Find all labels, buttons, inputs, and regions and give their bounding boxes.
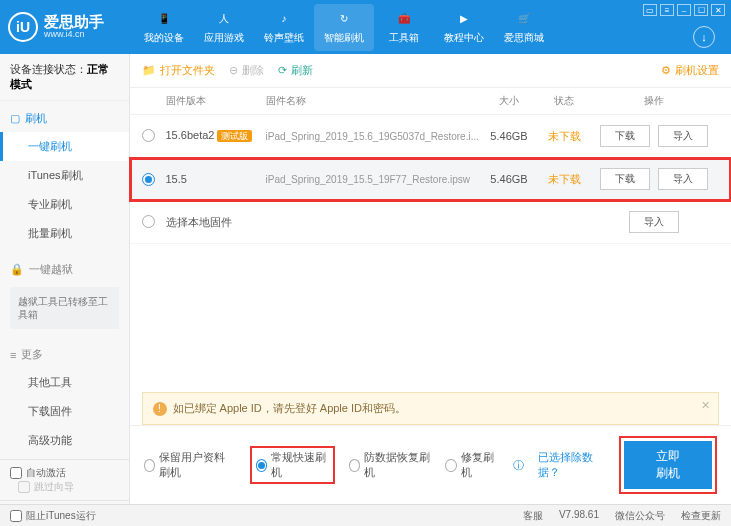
tool-label: 刷新 (291, 63, 313, 78)
warning-icon: ! (153, 402, 167, 416)
opt-label: 修复刷机 (461, 450, 499, 480)
open-folder-button[interactable]: 📁打开文件夹 (142, 63, 215, 78)
row-size: 5.46GB (479, 173, 539, 185)
refresh-icon: ⟳ (278, 64, 287, 77)
top-nav: 📱我的设备 人应用游戏 ♪铃声壁纸 ↻智能刷机 🧰工具箱 ▶教程中心 🛒爱思商城 (134, 4, 554, 51)
nav-label: 应用游戏 (204, 31, 244, 45)
flash-now-button[interactable]: 立即刷机 (624, 441, 712, 489)
download-button[interactable]: 下载 (600, 168, 650, 190)
row-radio[interactable] (142, 215, 155, 228)
radio-icon (144, 459, 156, 472)
sidebar-item-itunes-flash[interactable]: iTunes刷机 (0, 161, 129, 190)
win-max-button[interactable]: ☐ (694, 4, 708, 16)
brand-title: 爱思助手 (44, 14, 104, 31)
opt-label: 保留用户资料刷机 (159, 450, 236, 480)
exclude-link[interactable]: 已选择除数据？ (538, 450, 606, 480)
sidebar-head-jailbreak[interactable]: 🔒一键越狱 (0, 256, 129, 283)
import-button[interactable]: 导入 (629, 211, 679, 233)
sidebar-head-label: 刷机 (25, 111, 47, 126)
logo-icon: iU (8, 12, 38, 42)
win-menu-button[interactable]: ≡ (660, 4, 674, 16)
info-icon[interactable]: ⓘ (513, 458, 524, 473)
th-status: 状态 (539, 94, 589, 108)
opt-label: 防数据恢复刷机 (364, 450, 431, 480)
flash-button-highlight: 立即刷机 (619, 436, 717, 494)
delete-button[interactable]: ⊖删除 (229, 63, 264, 78)
download-button[interactable]: 下载 (600, 125, 650, 147)
phone-icon: 📱 (155, 10, 173, 28)
sidebar-item-pro-flash[interactable]: 专业刷机 (0, 190, 129, 219)
sidebar-item-oneclick-flash[interactable]: 一键刷机 (0, 132, 129, 161)
nav-label: 铃声壁纸 (264, 31, 304, 45)
sidebar-item-advanced[interactable]: 高级功能 (0, 426, 129, 455)
check-update-link[interactable]: 检查更新 (681, 509, 721, 523)
toolbar: 📁打开文件夹 ⊖删除 ⟳刷新 ⚙刷机设置 (130, 54, 732, 88)
version-label: V7.98.61 (559, 509, 599, 523)
refresh-button[interactable]: ⟳刷新 (278, 63, 313, 78)
local-firmware-row[interactable]: 选择本地固件 导入 (130, 201, 732, 244)
nav-label: 我的设备 (144, 31, 184, 45)
tool-label: 删除 (242, 63, 264, 78)
win-close-button[interactable]: ✕ (711, 4, 725, 16)
checkbox-label: 自动激活 (26, 466, 66, 480)
sidebar: 设备连接状态：正常模式 ▢刷机 一键刷机 iTunes刷机 专业刷机 批量刷机 … (0, 54, 130, 504)
nav-my-device[interactable]: 📱我的设备 (134, 4, 194, 51)
row-size: 5.46GB (479, 130, 539, 142)
window-controls: ▭ ≡ – ☐ ✕ (643, 4, 725, 16)
sidebar-head-more[interactable]: ≡更多 (0, 341, 129, 368)
download-manager-button[interactable]: ↓ (693, 26, 715, 48)
minus-circle-icon: ⊖ (229, 64, 238, 77)
win-min-button[interactable]: – (677, 4, 691, 16)
list-icon: ≡ (10, 349, 16, 361)
nav-label: 工具箱 (389, 31, 419, 45)
row-radio[interactable] (142, 173, 155, 186)
refresh-icon: ↻ (335, 10, 353, 28)
brand-url: www.i4.cn (44, 30, 104, 40)
nav-tutorials[interactable]: ▶教程中心 (434, 4, 494, 51)
nav-label: 爱思商城 (504, 31, 544, 45)
row-version: 15.6beta2 (166, 129, 215, 141)
flash-options-row: 保留用户资料刷机 常规快速刷机 防数据恢复刷机 修复刷机 ⓘ 已选择除数据？ 立… (130, 425, 732, 504)
sidebar-item-other-tools[interactable]: 其他工具 (0, 368, 129, 397)
opt-quick-flash-highlighted[interactable]: 常规快速刷机 (250, 446, 335, 484)
skip-guide-checkbox[interactable]: 跳过向导 (18, 480, 119, 494)
auto-activate-checkbox[interactable]: 自动激活 (10, 466, 119, 480)
table-header: 固件版本 固件名称 大小 状态 操作 (130, 88, 732, 115)
nav-label: 智能刷机 (324, 31, 364, 45)
statusbar: 阻止iTunes运行 客服 V7.98.61 微信公众号 检查更新 (0, 504, 731, 526)
opt-repair-flash[interactable]: 修复刷机 (445, 450, 499, 480)
firmware-row[interactable]: 15.6beta2测试版 iPad_Spring_2019_15.6_19G50… (130, 115, 732, 158)
flash-settings-button[interactable]: ⚙刷机设置 (661, 63, 719, 78)
radio-icon (349, 459, 361, 472)
import-button[interactable]: 导入 (658, 125, 708, 147)
opt-keep-data[interactable]: 保留用户资料刷机 (144, 450, 236, 480)
music-icon: ♪ (275, 10, 293, 28)
opt-anti-recovery[interactable]: 防数据恢复刷机 (349, 450, 432, 480)
row-version: 15.5 (166, 173, 187, 185)
sidebar-head-label: 更多 (21, 347, 43, 362)
service-link[interactable]: 客服 (523, 509, 543, 523)
sidebar-head-label: 一键越狱 (29, 262, 73, 277)
radio-icon (256, 459, 268, 472)
beta-badge: 测试版 (217, 130, 252, 142)
wechat-link[interactable]: 微信公众号 (615, 509, 665, 523)
row-filename: iPad_Spring_2019_15.5_19F77_Restore.ipsw (266, 174, 480, 185)
row-radio[interactable] (142, 129, 155, 142)
sidebar-item-download-firmware[interactable]: 下载固件 (0, 397, 129, 426)
nav-shop[interactable]: 🛒爱思商城 (494, 4, 554, 51)
sidebar-head-flash[interactable]: ▢刷机 (0, 105, 129, 132)
firmware-row-selected[interactable]: 15.5 iPad_Spring_2019_15.5_19F77_Restore… (130, 158, 732, 201)
win-skin-button[interactable]: ▭ (643, 4, 657, 16)
nav-flash[interactable]: ↻智能刷机 (314, 4, 374, 51)
nav-toolbox[interactable]: 🧰工具箱 (374, 4, 434, 51)
conn-label: 设备连接状态： (10, 63, 87, 75)
block-itunes-checkbox[interactable]: 阻止iTunes运行 (10, 509, 96, 523)
nav-apps[interactable]: 人应用游戏 (194, 4, 254, 51)
play-icon: ▶ (455, 10, 473, 28)
import-button[interactable]: 导入 (658, 168, 708, 190)
nav-ringtones[interactable]: ♪铃声壁纸 (254, 4, 314, 51)
banner-close-button[interactable]: ✕ (701, 399, 710, 412)
th-version: 固件版本 (166, 94, 266, 108)
sidebar-item-batch-flash[interactable]: 批量刷机 (0, 219, 129, 248)
download-icon: ↓ (701, 31, 707, 43)
